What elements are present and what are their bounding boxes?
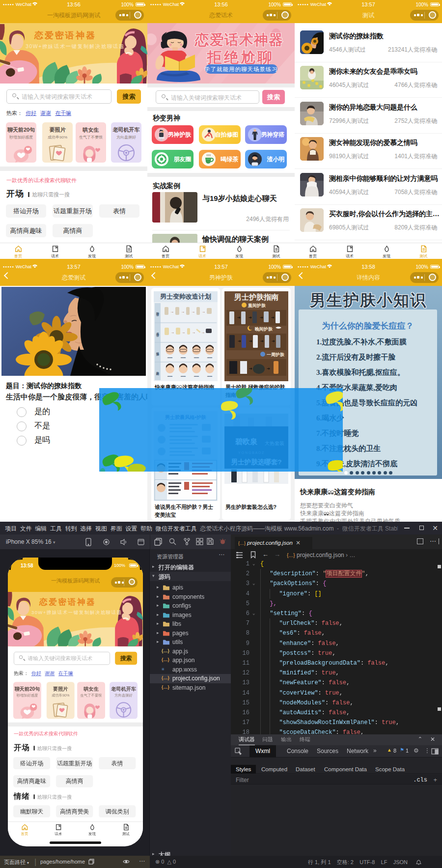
svg-text:恋爱密语神器: 恋爱密语神器 — [39, 597, 96, 607]
svg-text:▬▬: ▬▬ — [181, 374, 186, 377]
svg-text:恋爱话术神器: 恋爱话术神器 — [194, 32, 283, 48]
svg-text:➔: ➔ — [249, 315, 252, 320]
svg-text:▬▬: ▬▬ — [194, 356, 199, 359]
svg-text:30W+撩妹话术一键复制解决尬聊话题: 30W+撩妹话术一键复制解决尬聊话题 — [26, 43, 125, 49]
svg-text:→: → — [191, 309, 195, 314]
svg-text:➔: ➔ — [238, 339, 241, 343]
svg-text:➔: ➔ — [260, 315, 263, 320]
svg-text:➔: ➔ — [267, 366, 270, 371]
svg-text:▬▬: ▬▬ — [207, 356, 212, 359]
svg-text:▬▬: ▬▬ — [207, 374, 212, 377]
svg-text:→: → — [181, 309, 185, 314]
svg-text:晚间护肤: 晚间护肤 — [255, 327, 273, 332]
svg-text:➔: ➔ — [260, 339, 264, 343]
svg-text:▬▬: ▬▬ — [167, 356, 172, 359]
svg-text:男士护肤指南: 男士护肤指南 — [234, 293, 278, 301]
svg-text:→: → — [181, 330, 185, 335]
svg-text:30W+撩妹话术一键复制解决尬聊话题: 30W+撩妹话术一键复制解决尬聊话题 — [31, 610, 122, 615]
svg-text:一周护肤: 一周护肤 — [267, 352, 285, 357]
svg-text:→: → — [201, 330, 205, 335]
svg-text:男士变帅改造计划: 男士变帅改造计划 — [160, 293, 211, 300]
svg-text:▬▬: ▬▬ — [194, 374, 199, 377]
svg-text:→: → — [170, 309, 174, 314]
svg-text:→: → — [170, 330, 174, 335]
svg-text:→: → — [201, 309, 205, 314]
svg-text:晨间护肤: 晨间护肤 — [248, 303, 266, 308]
svg-text:→: → — [192, 330, 195, 335]
svg-text:学了就能用的聊天场景练习: 学了就能用的聊天场景练习 — [204, 66, 278, 72]
svg-text:➔: ➔ — [237, 315, 241, 320]
svg-text:➔: ➔ — [272, 339, 275, 343]
svg-text:▬▬: ▬▬ — [181, 356, 186, 359]
svg-text:▬▬: ▬▬ — [167, 374, 172, 377]
svg-text:➔: ➔ — [249, 339, 252, 343]
svg-text:恋爱密语神器: 恋爱密语神器 — [34, 30, 96, 40]
svg-text:➔: ➔ — [249, 366, 252, 371]
svg-text:拒绝尬聊: 拒绝尬聊 — [206, 49, 274, 65]
svg-text:➔: ➔ — [271, 315, 275, 320]
